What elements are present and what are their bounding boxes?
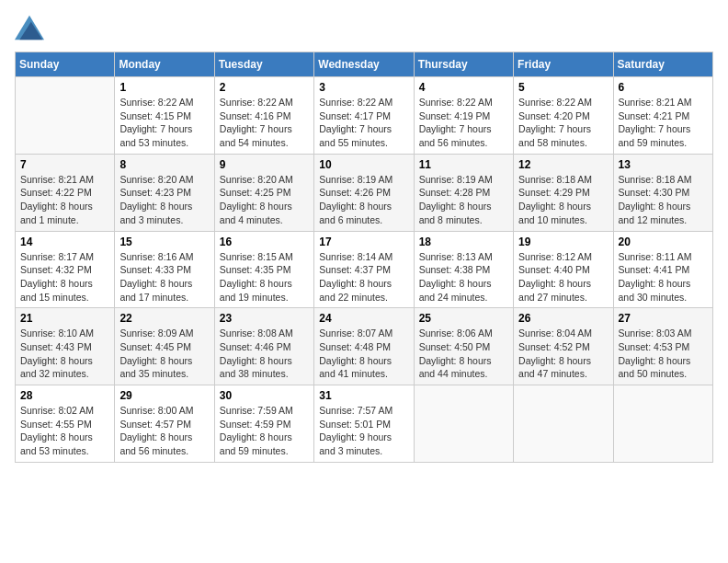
day-info: Sunrise: 8:06 AMSunset: 4:50 PMDaylight:… [419,327,508,381]
calendar-week-row: 7Sunrise: 8:21 AMSunset: 4:22 PMDaylight… [16,154,713,231]
day-info: Sunrise: 8:08 AMSunset: 4:46 PMDaylight:… [220,327,309,381]
day-number: 14 [20,236,109,248]
day-info: Sunrise: 8:21 AMSunset: 4:22 PMDaylight:… [20,173,109,227]
calendar-cell: 6Sunrise: 8:21 AMSunset: 4:21 PMDaylight… [613,77,712,155]
day-info: Sunrise: 8:18 AMSunset: 4:29 PMDaylight:… [518,173,608,227]
day-info: Sunrise: 8:12 AMSunset: 4:40 PMDaylight:… [518,250,608,304]
calendar-cell: 5Sunrise: 8:22 AMSunset: 4:20 PMDaylight… [514,77,613,155]
day-number: 16 [220,236,309,248]
day-number: 23 [220,312,309,325]
calendar-week-row: 28Sunrise: 8:02 AMSunset: 4:55 PMDayligh… [16,385,713,463]
calendar-cell [414,385,513,463]
calendar-cell: 9Sunrise: 8:20 AMSunset: 4:25 PMDaylight… [214,154,313,231]
calendar-cell: 28Sunrise: 8:02 AMSunset: 4:55 PMDayligh… [16,385,115,463]
day-number: 9 [220,158,309,171]
calendar-cell: 29Sunrise: 8:00 AMSunset: 4:57 PMDayligh… [115,385,214,463]
calendar-cell [514,385,613,463]
day-info: Sunrise: 8:18 AMSunset: 4:30 PMDaylight:… [619,173,708,227]
calendar-cell: 19Sunrise: 8:12 AMSunset: 4:40 PMDayligh… [514,231,613,308]
day-number: 2 [220,81,309,94]
day-info: Sunrise: 8:07 AMSunset: 4:48 PMDaylight:… [319,327,408,381]
calendar-cell: 13Sunrise: 8:18 AMSunset: 4:30 PMDayligh… [613,154,712,231]
day-number: 25 [419,312,508,325]
day-info: Sunrise: 8:02 AMSunset: 4:55 PMDaylight:… [20,404,109,458]
calendar-cell [16,77,115,155]
day-info: Sunrise: 7:57 AMSunset: 5:01 PMDaylight:… [319,404,408,458]
day-info: Sunrise: 8:21 AMSunset: 4:21 PMDaylight:… [619,96,708,150]
calendar-cell: 7Sunrise: 8:21 AMSunset: 4:22 PMDaylight… [16,154,115,231]
day-info: Sunrise: 8:11 AMSunset: 4:41 PMDaylight:… [619,250,708,304]
calendar-cell: 22Sunrise: 8:09 AMSunset: 4:45 PMDayligh… [115,308,214,385]
calendar-cell: 21Sunrise: 8:10 AMSunset: 4:43 PMDayligh… [16,308,115,385]
day-number: 28 [20,389,109,402]
calendar-cell [613,385,712,463]
weekday-header: Thursday [414,52,513,77]
day-number: 5 [518,81,608,94]
logo [15,15,48,40]
weekday-header: Saturday [613,52,712,77]
day-info: Sunrise: 7:59 AMSunset: 4:59 PMDaylight:… [220,404,309,458]
calendar-cell: 24Sunrise: 8:07 AMSunset: 4:48 PMDayligh… [314,308,414,385]
page-header [15,15,713,40]
calendar-week-row: 14Sunrise: 8:17 AMSunset: 4:32 PMDayligh… [16,231,713,308]
day-number: 11 [419,158,508,171]
day-info: Sunrise: 8:00 AMSunset: 4:57 PMDaylight:… [119,404,209,458]
calendar-cell: 26Sunrise: 8:04 AMSunset: 4:52 PMDayligh… [514,308,613,385]
day-number: 20 [619,236,708,248]
calendar-cell: 15Sunrise: 8:16 AMSunset: 4:33 PMDayligh… [115,231,214,308]
day-info: Sunrise: 8:10 AMSunset: 4:43 PMDaylight:… [20,327,109,381]
day-info: Sunrise: 8:19 AMSunset: 4:26 PMDaylight:… [319,173,408,227]
day-info: Sunrise: 8:19 AMSunset: 4:28 PMDaylight:… [419,173,508,227]
day-info: Sunrise: 8:09 AMSunset: 4:45 PMDaylight:… [119,327,209,381]
weekday-header: Friday [514,52,613,77]
day-number: 26 [518,312,608,325]
day-number: 15 [119,236,209,248]
calendar-cell: 14Sunrise: 8:17 AMSunset: 4:32 PMDayligh… [16,231,115,308]
weekday-header: Tuesday [214,52,313,77]
calendar-cell: 10Sunrise: 8:19 AMSunset: 4:26 PMDayligh… [314,154,414,231]
day-info: Sunrise: 8:04 AMSunset: 4:52 PMDaylight:… [518,327,608,381]
calendar-week-row: 21Sunrise: 8:10 AMSunset: 4:43 PMDayligh… [16,308,713,385]
day-info: Sunrise: 8:20 AMSunset: 4:23 PMDaylight:… [119,173,209,227]
day-number: 17 [319,236,408,248]
day-number: 7 [20,158,109,171]
calendar-cell: 12Sunrise: 8:18 AMSunset: 4:29 PMDayligh… [514,154,613,231]
day-info: Sunrise: 8:15 AMSunset: 4:35 PMDaylight:… [220,250,309,304]
day-info: Sunrise: 8:22 AMSunset: 4:16 PMDaylight:… [220,96,309,150]
day-info: Sunrise: 8:03 AMSunset: 4:53 PMDaylight:… [619,327,708,381]
day-number: 19 [518,236,608,248]
day-info: Sunrise: 8:22 AMSunset: 4:15 PMDaylight:… [119,96,209,150]
calendar-cell: 4Sunrise: 8:22 AMSunset: 4:19 PMDaylight… [414,77,513,155]
day-info: Sunrise: 8:14 AMSunset: 4:37 PMDaylight:… [319,250,408,304]
day-info: Sunrise: 8:22 AMSunset: 4:17 PMDaylight:… [319,96,408,150]
calendar-cell: 25Sunrise: 8:06 AMSunset: 4:50 PMDayligh… [414,308,513,385]
calendar-cell: 2Sunrise: 8:22 AMSunset: 4:16 PMDaylight… [214,77,313,155]
calendar-cell: 27Sunrise: 8:03 AMSunset: 4:53 PMDayligh… [613,308,712,385]
day-number: 27 [619,312,708,325]
calendar-cell: 11Sunrise: 8:19 AMSunset: 4:28 PMDayligh… [414,154,513,231]
calendar-cell: 16Sunrise: 8:15 AMSunset: 4:35 PMDayligh… [214,231,313,308]
day-number: 12 [518,158,608,171]
day-info: Sunrise: 8:17 AMSunset: 4:32 PMDaylight:… [20,250,109,304]
day-number: 3 [319,81,408,94]
weekday-header: Sunday [16,52,115,77]
calendar-cell: 20Sunrise: 8:11 AMSunset: 4:41 PMDayligh… [613,231,712,308]
calendar-cell: 18Sunrise: 8:13 AMSunset: 4:38 PMDayligh… [414,231,513,308]
calendar-cell: 17Sunrise: 8:14 AMSunset: 4:37 PMDayligh… [314,231,414,308]
day-info: Sunrise: 8:22 AMSunset: 4:20 PMDaylight:… [518,96,608,150]
day-info: Sunrise: 8:20 AMSunset: 4:25 PMDaylight:… [220,173,309,227]
day-number: 22 [119,312,209,325]
calendar-cell: 3Sunrise: 8:22 AMSunset: 4:17 PMDaylight… [314,77,414,155]
logo-icon [15,15,44,40]
day-number: 30 [220,389,309,402]
day-info: Sunrise: 8:16 AMSunset: 4:33 PMDaylight:… [119,250,209,304]
day-number: 8 [119,158,209,171]
calendar-cell: 30Sunrise: 7:59 AMSunset: 4:59 PMDayligh… [214,385,313,463]
day-number: 24 [319,312,408,325]
calendar-cell: 23Sunrise: 8:08 AMSunset: 4:46 PMDayligh… [214,308,313,385]
day-number: 31 [319,389,408,402]
calendar-week-row: 1Sunrise: 8:22 AMSunset: 4:15 PMDaylight… [16,77,713,155]
calendar-table: SundayMondayTuesdayWednesdayThursdayFrid… [15,52,713,463]
day-number: 6 [619,81,708,94]
calendar-cell: 1Sunrise: 8:22 AMSunset: 4:15 PMDaylight… [115,77,214,155]
